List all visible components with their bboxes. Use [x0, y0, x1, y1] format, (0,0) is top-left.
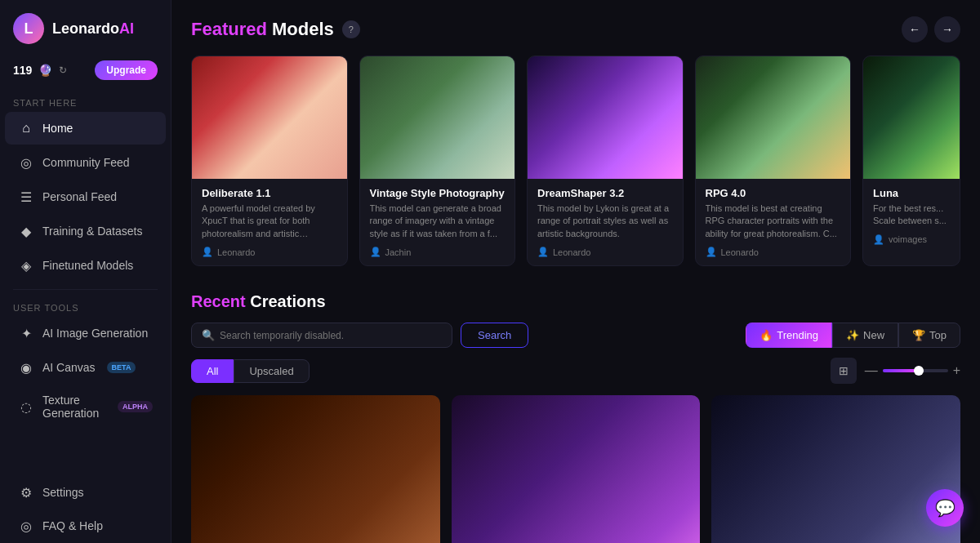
training-icon: ◆	[18, 223, 34, 239]
sidebar-settings-label: Settings	[42, 486, 84, 499]
size-decrease-button[interactable]: —	[865, 363, 878, 378]
filter-tabs: All Upscaled	[191, 359, 310, 383]
author-icon-4: 👤	[873, 234, 884, 245]
image-card-2[interactable]: ⊞ ✎ ⛶	[711, 395, 960, 543]
sidebar-ai-canvas-label: AI Canvas	[42, 361, 96, 374]
trending-tab[interactable]: 🔥 Trending	[746, 323, 832, 348]
author-icon-1: 👤	[370, 247, 381, 257]
size-increase-button[interactable]: +	[953, 363, 960, 378]
author-name-1: Jachin	[385, 247, 412, 257]
sidebar-item-faq[interactable]: ◎ FAQ & Help	[5, 510, 166, 542]
token-refresh-icon[interactable]: ↻	[59, 65, 67, 76]
view-controls: ⊞ — +	[831, 358, 960, 384]
overlay-fullscreen-0[interactable]: ⛶	[411, 402, 434, 425]
top-icon: 🏆	[912, 329, 925, 341]
sidebar-home-label: Home	[42, 122, 73, 135]
model-author-4: 👤 voimages	[873, 234, 950, 245]
sidebar-item-home[interactable]: ⌂ Home	[5, 112, 166, 145]
recent-creations-section: Recent Creations 🔍 Search 🔥 Trending ✨ N…	[172, 279, 980, 543]
author-icon-0: 👤	[202, 247, 213, 257]
overlay-edit-0[interactable]: ✎	[383, 402, 406, 425]
model-author-2: 👤 Leonardo	[537, 247, 673, 257]
search-input[interactable]	[220, 330, 442, 341]
model-info-0: Deliberate 1.1 A powerful model created …	[192, 179, 347, 265]
top-label: Top	[929, 329, 947, 341]
sidebar-item-texture[interactable]: ◌ Texture Generation ALPHA	[5, 385, 166, 428]
sidebar-item-settings[interactable]: ⚙ Settings	[5, 476, 166, 509]
filter-all-tab[interactable]: All	[191, 359, 234, 383]
size-slider[interactable]	[883, 369, 948, 372]
featured-title: Featured Models	[191, 19, 334, 40]
model-info-4: Luna For the best res... Scale between s…	[863, 179, 960, 253]
community-icon: ◎	[18, 154, 34, 171]
overlay-expand-2[interactable]: ⊞	[875, 402, 898, 425]
search-filter-row: 🔍 Search 🔥 Trending ✨ New 🏆 Top	[191, 323, 960, 348]
top-tab[interactable]: 🏆 Top	[898, 323, 960, 348]
search-button[interactable]: Search	[461, 323, 528, 348]
sidebar: L LeonardoAI 119 🔮 ↻ Upgrade Start Here …	[0, 0, 172, 543]
model-desc-2: This model by Lykon is great at a range …	[537, 203, 673, 240]
featured-header: Featured Models ? ← →	[191, 16, 960, 42]
featured-help-icon[interactable]: ?	[342, 20, 360, 38]
overlay-edit-1[interactable]: ✎	[643, 402, 666, 425]
model-card-0[interactable]: Deliberate 1.1 A powerful model created …	[191, 56, 348, 266]
filter-upscaled-tab[interactable]: Upscaled	[234, 359, 309, 383]
model-name-2: DreamShaper 3.2	[537, 187, 673, 199]
app-name-accent: AI	[119, 20, 134, 37]
model-name-1: Vintage Style Photography	[370, 187, 506, 199]
sidebar-logo: L LeonardoAI	[0, 0, 171, 54]
overlay-expand-1[interactable]: ⊞	[615, 402, 638, 425]
model-thumb-2	[528, 56, 683, 179]
model-author-3: 👤 Leonardo	[706, 247, 841, 257]
overlay-expand-0[interactable]: ⊞	[355, 402, 378, 425]
sidebar-training-label: Training & Datasets	[42, 225, 142, 238]
model-card-4[interactable]: Luna For the best res... Scale between s…	[862, 56, 960, 266]
model-desc-3: This model is best at creating RPG chara…	[706, 203, 841, 240]
upgrade-button[interactable]: Upgrade	[95, 60, 158, 80]
model-name-0: Deliberate 1.1	[202, 187, 337, 199]
sidebar-divider	[13, 289, 158, 290]
settings-icon: ⚙	[18, 484, 34, 501]
ai-canvas-badge: BETA	[107, 362, 136, 373]
model-card-3[interactable]: RPG 4.0 This model is best at creating R…	[695, 56, 852, 266]
size-control: — +	[865, 363, 960, 378]
author-icon-2: 👤	[537, 247, 549, 257]
sidebar-ai-image-label: AI Image Generation	[42, 327, 148, 340]
token-count: 119	[13, 64, 32, 77]
sidebar-item-community-feed[interactable]: ◎ Community Feed	[5, 146, 166, 179]
personal-icon: ☰	[18, 189, 34, 205]
search-wrapper: 🔍	[191, 323, 452, 348]
author-name-2: Leonardo	[553, 247, 591, 257]
overlay-fullscreen-1[interactable]: ⛶	[670, 402, 693, 425]
new-icon: ✨	[846, 329, 859, 341]
model-thumb-0	[192, 56, 347, 179]
grid-view-button[interactable]: ⊞	[831, 358, 857, 384]
sidebar-item-finetuned[interactable]: ◈ Finetuned Models	[5, 249, 166, 282]
ai-canvas-icon: ◉	[18, 359, 34, 376]
faq-icon: ◎	[18, 518, 34, 534]
image-card-1[interactable]: ⊞ ✎ ⛶	[452, 395, 701, 543]
author-icon-3: 👤	[706, 247, 717, 257]
trending-icon: 🔥	[760, 329, 773, 341]
logo-avatar: L	[13, 13, 44, 44]
trending-label: Trending	[777, 329, 818, 341]
new-tab[interactable]: ✨ New	[832, 323, 898, 348]
overlay-fullscreen-2[interactable]: ⛶	[931, 402, 954, 425]
models-grid: Deliberate 1.1 A powerful model created …	[191, 56, 960, 266]
sidebar-item-ai-canvas[interactable]: ◉ AI Canvas BETA	[5, 351, 166, 384]
featured-nav-prev[interactable]: ←	[902, 16, 928, 42]
sidebar-item-ai-image[interactable]: ✦ AI Image Generation	[5, 317, 166, 349]
sidebar-item-personal-feed[interactable]: ☰ Personal Feed	[5, 180, 166, 213]
sidebar-item-training[interactable]: ◆ Training & Datasets	[5, 215, 166, 247]
sidebar-faq-label: FAQ & Help	[42, 519, 103, 532]
home-icon: ⌂	[18, 120, 34, 136]
model-card-1[interactable]: Vintage Style Photography This model can…	[359, 56, 516, 266]
featured-nav-next[interactable]: →	[934, 16, 960, 42]
texture-icon: ◌	[18, 398, 34, 415]
model-info-2: DreamShaper 3.2 This model by Lykon is g…	[528, 179, 683, 265]
model-card-2[interactable]: DreamShaper 3.2 This model by Lykon is g…	[527, 56, 684, 266]
chat-button[interactable]: 💬	[926, 489, 964, 527]
image-card-0[interactable]: ⊞ ✎ ⛶	[191, 395, 440, 543]
overlay-edit-2[interactable]: ✎	[903, 402, 926, 425]
recent-header: Recent Creations	[191, 292, 960, 311]
